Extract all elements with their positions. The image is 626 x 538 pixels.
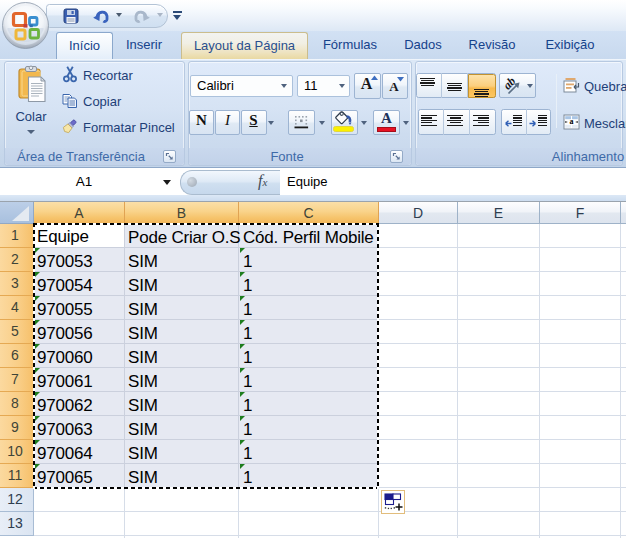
svg-text:ab: ab	[502, 74, 518, 92]
svg-text:a: a	[569, 117, 573, 126]
